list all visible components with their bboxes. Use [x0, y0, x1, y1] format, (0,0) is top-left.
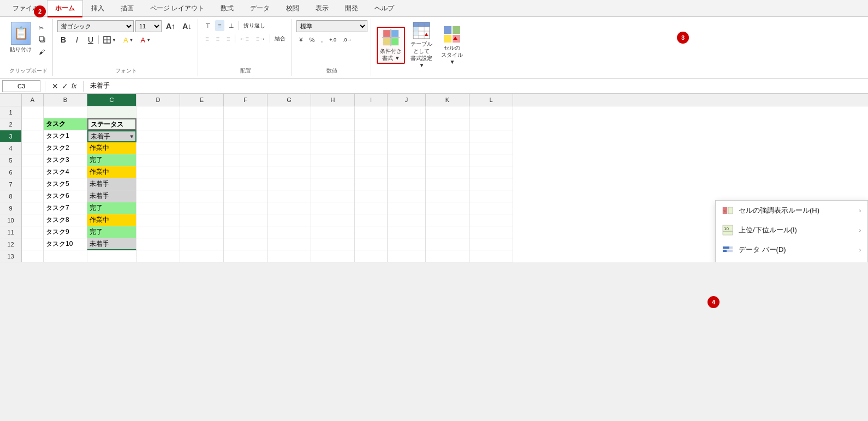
- cell-G4[interactable]: [267, 142, 311, 154]
- cell-F5[interactable]: [224, 154, 267, 166]
- cut-button[interactable]: ✂: [36, 22, 49, 33]
- cell-B9[interactable]: タスク7: [44, 202, 87, 214]
- cell-G13[interactable]: [267, 250, 311, 262]
- cell-G2[interactable]: [267, 118, 311, 130]
- tab-review[interactable]: 校閲: [278, 0, 307, 16]
- underline-button[interactable]: U: [85, 34, 97, 45]
- cell-F1[interactable]: [224, 106, 267, 118]
- cell-G11[interactable]: [267, 226, 311, 238]
- bold-button[interactable]: B: [57, 34, 69, 45]
- col-header-L[interactable]: L: [469, 94, 513, 106]
- tab-home[interactable]: ホーム: [47, 0, 83, 16]
- cell-J7[interactable]: [388, 178, 426, 190]
- row-header-9[interactable]: 9: [0, 202, 22, 214]
- confirm-formula-icon[interactable]: ✓: [62, 82, 68, 91]
- align-middle-button[interactable]: ≡: [215, 20, 224, 31]
- cell-J2[interactable]: [388, 118, 426, 130]
- cell-H8[interactable]: [311, 190, 355, 202]
- cell-F13[interactable]: [224, 250, 267, 262]
- cell-G1[interactable]: [267, 106, 311, 118]
- align-left-button[interactable]: ≡: [203, 33, 211, 44]
- cell-F3[interactable]: [224, 130, 267, 142]
- cell-E8[interactable]: [180, 190, 224, 202]
- cell-H11[interactable]: [311, 226, 355, 238]
- cell-K1[interactable]: [426, 106, 469, 118]
- font-size-select[interactable]: 11: [135, 20, 162, 32]
- wrap-text-button[interactable]: 折り返し: [241, 20, 268, 31]
- row-header-13[interactable]: 13: [0, 250, 22, 262]
- cell-C5[interactable]: 完了: [87, 154, 136, 166]
- col-header-B[interactable]: B: [44, 94, 87, 106]
- cell-E12[interactable]: [180, 238, 224, 250]
- cell-I6[interactable]: [355, 166, 388, 178]
- cell-B3[interactable]: タスク1: [44, 130, 87, 142]
- cell-L6[interactable]: [469, 166, 513, 178]
- cell-G6[interactable]: [267, 166, 311, 178]
- cell-H10[interactable]: [311, 214, 355, 226]
- merge-center-button[interactable]: 結合: [272, 33, 288, 44]
- italic-button[interactable]: I: [71, 34, 83, 45]
- cell-D13[interactable]: [136, 250, 180, 262]
- cell-K12[interactable]: [426, 238, 469, 250]
- cell-H13[interactable]: [311, 250, 355, 262]
- cell-E2[interactable]: [180, 118, 224, 130]
- row-header-2[interactable]: 2: [0, 118, 22, 130]
- cell-F7[interactable]: [224, 178, 267, 190]
- cell-K5[interactable]: [426, 154, 469, 166]
- cell-I5[interactable]: [355, 154, 388, 166]
- align-right-button[interactable]: ≡: [224, 33, 233, 44]
- cell-D1[interactable]: [136, 106, 180, 118]
- cell-I2[interactable]: [355, 118, 388, 130]
- conditional-format-button[interactable]: 条件付き書式 ▼: [377, 27, 405, 64]
- cell-H9[interactable]: [311, 202, 355, 214]
- table-format-button[interactable]: テーブルとして書式設定 ▼: [407, 20, 436, 70]
- cell-D11[interactable]: [136, 226, 180, 238]
- cell-J12[interactable]: [388, 238, 426, 250]
- cell-D9[interactable]: [136, 202, 180, 214]
- cell-F4[interactable]: [224, 142, 267, 154]
- cell-H5[interactable]: [311, 154, 355, 166]
- cell-A10[interactable]: [22, 214, 44, 226]
- cell-C8[interactable]: 未着手: [87, 190, 136, 202]
- cell-H12[interactable]: [311, 238, 355, 250]
- cell-L13[interactable]: [469, 250, 513, 262]
- cell-H6[interactable]: [311, 166, 355, 178]
- cell-E6[interactable]: [180, 166, 224, 178]
- cell-reference-input[interactable]: [2, 80, 40, 92]
- col-header-J[interactable]: J: [388, 94, 426, 106]
- tab-insert[interactable]: 挿入: [83, 0, 112, 16]
- cell-L9[interactable]: [469, 202, 513, 214]
- cell-A3[interactable]: [22, 130, 44, 142]
- col-header-D[interactable]: D: [136, 94, 180, 106]
- cell-B6[interactable]: タスク4: [44, 166, 87, 178]
- cell-J10[interactable]: [388, 214, 426, 226]
- increase-font-button[interactable]: A↑: [163, 21, 178, 32]
- indent-decrease-button[interactable]: ←≡: [237, 33, 252, 44]
- cell-K13[interactable]: [426, 250, 469, 262]
- cell-D7[interactable]: [136, 178, 180, 190]
- cell-G3[interactable]: [267, 130, 311, 142]
- cell-A12[interactable]: [22, 238, 44, 250]
- cell-D2[interactable]: [136, 118, 180, 130]
- cell-A9[interactable]: [22, 202, 44, 214]
- increase-decimal-button[interactable]: +.0: [326, 34, 339, 45]
- cell-K6[interactable]: [426, 166, 469, 178]
- cell-A6[interactable]: [22, 166, 44, 178]
- cell-G10[interactable]: [267, 214, 311, 226]
- insert-function-icon[interactable]: fx: [72, 82, 76, 90]
- col-header-A[interactable]: A: [22, 94, 44, 106]
- row-header-1[interactable]: 1: [0, 106, 22, 118]
- cell-E3[interactable]: [180, 130, 224, 142]
- row-header-11[interactable]: 11: [0, 226, 22, 238]
- cancel-formula-icon[interactable]: ✕: [52, 82, 58, 91]
- tab-view[interactable]: 表示: [307, 0, 337, 16]
- cell-L3[interactable]: [469, 130, 513, 142]
- cell-C10[interactable]: 作業中: [87, 214, 136, 226]
- cell-F2[interactable]: [224, 118, 267, 130]
- cell-K4[interactable]: [426, 142, 469, 154]
- cell-I1[interactable]: [355, 106, 388, 118]
- row-header-4[interactable]: 4: [0, 142, 22, 154]
- cell-B4[interactable]: タスク2: [44, 142, 87, 154]
- cell-A2[interactable]: [22, 118, 44, 130]
- cell-H4[interactable]: [311, 142, 355, 154]
